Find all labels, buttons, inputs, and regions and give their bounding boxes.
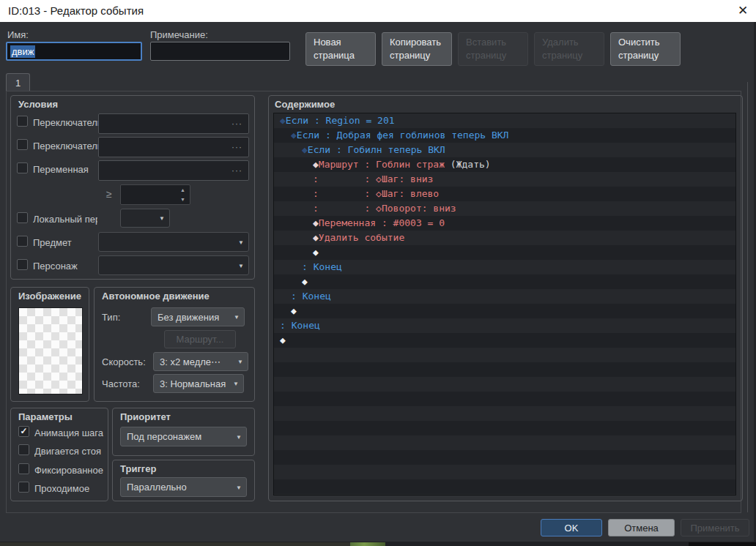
event-image-box[interactable] (18, 307, 83, 394)
event-command-line[interactable]: ◆ (274, 333, 735, 348)
close-icon[interactable]: ✕ (730, 0, 756, 22)
event-command-line[interactable]: : : ◇Поворот: вниз (274, 201, 735, 216)
event-command-line[interactable]: ◆Переменная : #0003 = 0 (274, 216, 735, 231)
switch1-browse-icon[interactable]: ··· (231, 119, 242, 129)
walking-label: Двигается стоя (34, 446, 105, 457)
command-diamond-icon: ◆ (302, 276, 308, 287)
command-suffix: (Ждать) (451, 159, 491, 170)
switch2-label: Переключатель (33, 141, 98, 152)
item-dropdown[interactable]: ▼ (98, 232, 249, 252)
background-map-green-strip (350, 542, 385, 546)
spin-down-icon[interactable]: ▼ (180, 197, 185, 202)
priority-value: Под персонажем (127, 427, 233, 446)
event-command-line[interactable]: ◆ (274, 304, 735, 318)
note-label: Примечание: (150, 29, 208, 40)
command-diamond-icon: ◆ (313, 247, 319, 258)
note-input[interactable] (150, 42, 290, 61)
command-text: Если : Добрая фея гоблинов теперь ВКЛ (297, 130, 509, 141)
ok-button[interactable]: OK (541, 519, 602, 536)
title-bar: ID:013 - Редактор события ✕ (0, 0, 756, 22)
name-input-selected-text: движ (10, 45, 35, 58)
switch1-checkbox[interactable] (17, 116, 28, 127)
command-text: : Конец (291, 291, 331, 302)
cancel-button[interactable]: Отмена (608, 519, 675, 536)
priority-title: Приоритет (120, 411, 171, 422)
variable-value-spinner[interactable]: ▲ ▼ (120, 184, 190, 205)
actor-checkbox[interactable] (17, 259, 28, 270)
movement-title: Автономное движение (102, 291, 210, 302)
event-command-line[interactable]: ◆Удалить событие (274, 231, 735, 245)
options-group: Параметры ✓ Анимация шага Двигается стоя… (10, 408, 108, 501)
event-command-line[interactable]: : Конец (274, 289, 735, 304)
event-command-line[interactable]: ◆Если : Добрая фея гоблинов теперь ВКЛ (274, 128, 735, 143)
item-checkbox[interactable] (17, 236, 28, 247)
movement-freq-value: 3: Нормальная (160, 375, 230, 392)
event-command-line[interactable]: : Конец (274, 318, 735, 333)
command-diamond-icon: ◆ (291, 130, 297, 141)
command-text: Если : Region = 201 (286, 115, 395, 126)
command-text: : : ◇Поворот: вниз (313, 203, 456, 214)
event-command-line[interactable]: : : ◇Шаг: вниз (274, 172, 735, 187)
event-command-line[interactable]: : : ◇Шаг: влево (274, 187, 735, 201)
name-input[interactable]: движ (6, 42, 142, 61)
switch2-browse-icon[interactable]: ··· (231, 142, 242, 152)
command-diamond-icon: ◆ (313, 217, 319, 228)
switch2-field[interactable]: ··· (98, 137, 249, 157)
movement-type-dropdown[interactable]: Без движения ▼ (151, 307, 245, 326)
switch2-checkbox[interactable] (17, 139, 28, 150)
chevron-down-icon: ▼ (236, 433, 242, 440)
through-checkbox[interactable] (18, 482, 29, 493)
spin-up-icon[interactable]: ▲ (180, 187, 185, 192)
self-switch-label: Локальный пер (33, 214, 97, 225)
command-diamond-icon: ◆ (302, 144, 308, 155)
window-title: ID:013 - Редактор события (8, 0, 144, 22)
movement-freq-label: Частота: (102, 378, 140, 389)
paste-page-button: Вставить страницу (458, 32, 528, 66)
actor-dropdown[interactable]: ▼ (98, 255, 249, 275)
name-label: Имя: (7, 29, 29, 40)
copy-page-button-label: Копировать страницу (382, 36, 451, 62)
event-command-line[interactable]: ◆ (274, 274, 735, 289)
movement-speed-dropdown[interactable]: 3: x2 медле⋯ ▼ (153, 352, 248, 371)
chevron-down-icon: ▼ (159, 215, 165, 222)
direction-fix-checkbox[interactable] (18, 463, 29, 474)
delete-page-button: Удалить страницу (534, 32, 604, 66)
image-group: Изображение (10, 287, 89, 402)
copy-page-button[interactable]: Копировать страницу (382, 32, 452, 66)
variable-checkbox[interactable] (17, 162, 28, 173)
clear-page-button-label: Очистить страницу (611, 36, 680, 62)
movement-freq-dropdown[interactable]: 3: Нормальная ▼ (153, 374, 244, 393)
item-label: Предмет (33, 237, 98, 248)
command-diamond-icon: ◆ (313, 159, 319, 170)
tab-page-1[interactable]: 1 (6, 73, 30, 91)
conditions-group: Условия Переключатель ··· Переключатель … (10, 95, 255, 280)
event-command-line[interactable]: ◆Если : Region = 201 (274, 113, 735, 128)
event-command-line[interactable]: ◆ (274, 245, 735, 260)
chevron-down-icon: ▼ (238, 239, 244, 245)
event-command-line[interactable]: : Конец (274, 260, 735, 274)
command-text: : Конец (280, 320, 320, 331)
self-switch-checkbox[interactable] (17, 212, 28, 223)
background-dark-strip (689, 542, 756, 546)
stepping-checkbox[interactable]: ✓ (18, 426, 29, 437)
movement-speed-label: Скорость: (102, 356, 146, 367)
command-text: Маршрут : Гоблин страж (319, 159, 451, 170)
event-command-list[interactable]: ◆Если : Region = 201◆Если : Добрая фея г… (273, 113, 736, 495)
new-page-button[interactable]: Новая страница (305, 32, 376, 66)
movement-type-value: Без движения (158, 308, 231, 326)
variable-browse-icon[interactable]: ··· (231, 165, 242, 176)
variable-field[interactable]: ··· (98, 160, 249, 181)
switch1-field[interactable]: ··· (98, 113, 249, 134)
clear-page-button[interactable]: Очистить страницу (610, 32, 681, 66)
self-switch-dropdown[interactable]: ▼ (120, 209, 170, 228)
through-label: Проходимое (34, 483, 105, 494)
command-diamond-icon: ◆ (313, 232, 319, 243)
walking-checkbox[interactable] (18, 444, 29, 455)
delete-page-button-label: Удалить страницу (535, 36, 604, 62)
event-command-line[interactable]: ◆Если : Гобилн теперь ВКЛ (274, 143, 735, 157)
chevron-down-icon: ▼ (233, 381, 239, 387)
priority-dropdown[interactable]: Под персонажем ▼ (120, 427, 247, 446)
event-command-line[interactable]: ◆Маршрут : Гоблин страж (Ждать) (274, 157, 735, 172)
trigger-dropdown[interactable]: Параллельно ▼ (120, 477, 247, 497)
trigger-group: Триггер Параллельно ▼ (112, 460, 255, 501)
